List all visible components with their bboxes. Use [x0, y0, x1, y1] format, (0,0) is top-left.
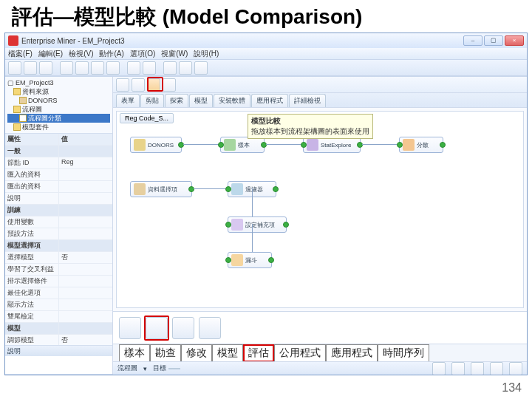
category-tab[interactable]: 探索 — [165, 94, 188, 107]
semma-tab-assess[interactable]: 評估 — [243, 344, 274, 362]
toolbar-button[interactable] — [194, 61, 208, 75]
main-area: 模型比較 拖放樣本到流程架構圖的表面來使用 表單 剪貼 探索 模型 安裝軟體 應… — [113, 77, 527, 375]
maximize-button[interactable]: ▢ — [484, 35, 503, 46]
palette-icon[interactable] — [146, 317, 168, 339]
menu-options[interactable]: 選項(O) — [130, 49, 155, 59]
titlebar: Enterprise Miner - EM_Project3 – ▢ × — [5, 33, 527, 48]
prop-value[interactable] — [59, 276, 112, 287]
node-data-select[interactable]: 資料選擇項 — [130, 181, 192, 197]
status-label: 流程圖 — [117, 364, 137, 373]
node-tool-button[interactable] — [163, 78, 176, 92]
tooltip: 模型比較 拖放樣本到流程架構圖的表面來使用 — [248, 114, 373, 139]
semma-tab-modify[interactable]: 修改 — [181, 344, 212, 362]
prop-value[interactable] — [59, 287, 112, 299]
node-impute[interactable]: 設定補充項 — [228, 216, 287, 233]
status-combo-label: 目標 — [153, 364, 166, 373]
prop-value[interactable] — [59, 169, 112, 180]
category-tab[interactable]: 模型 — [189, 94, 213, 107]
toolbar-button[interactable] — [91, 61, 104, 75]
semma-tab-application[interactable]: 應用程式 — [326, 344, 378, 362]
toolbar-button[interactable] — [179, 61, 192, 75]
description-panel-header: 說明 — [5, 346, 112, 356]
prop-value[interactable]: 否 — [59, 252, 112, 263]
prop-value[interactable] — [59, 228, 112, 239]
toolbar-button[interactable] — [75, 61, 89, 75]
menubar: 檔案(F) 編輯(E) 檢視(V) 動作(A) 選項(O) 視窗(W) 說明(H… — [5, 48, 527, 60]
toolbar-button[interactable] — [163, 61, 177, 75]
prop-value[interactable] — [59, 299, 112, 310]
semma-tab-sample[interactable]: 樣本 — [119, 344, 150, 362]
prop-header-val: 值 — [59, 134, 112, 145]
node-split[interactable]: 分散 — [399, 137, 443, 153]
main-toolbar — [5, 60, 527, 76]
prop-value[interactable]: Reg — [59, 157, 112, 168]
prop-value[interactable]: 否 — [59, 335, 112, 346]
prop-value[interactable] — [59, 264, 112, 275]
category-tab[interactable]: 安裝軟體 — [214, 94, 250, 107]
semma-tab-row: 樣本 勘查 修改 模型 評估 公用程式 應用程式 時間序列 — [113, 344, 527, 361]
toolbar-button[interactable] — [60, 61, 73, 75]
close-button[interactable]: × — [505, 35, 524, 46]
palette-icon[interactable] — [119, 317, 141, 339]
palette-icon[interactable] — [172, 317, 194, 339]
prop-value[interactable] — [59, 311, 112, 322]
menu-action[interactable]: 動作(A) — [99, 49, 123, 59]
toolbar-button[interactable] — [39, 61, 52, 75]
node-tool-button[interactable] — [132, 78, 145, 92]
prop-header-key: 屬性 — [5, 134, 59, 145]
description-panel-body — [5, 356, 112, 374]
menu-window[interactable]: 視窗(W) — [161, 49, 188, 59]
semma-tab-timeseries[interactable]: 時間序列 — [378, 344, 429, 362]
status-button[interactable] — [432, 362, 446, 375]
highlight-model-compare-palette — [144, 316, 169, 341]
category-tab[interactable]: 詳細檢視 — [289, 94, 326, 107]
prop-key: 說明 — [5, 193, 59, 204]
toolbar-button[interactable] — [106, 61, 120, 75]
prop-key: 顯示方法 — [5, 299, 59, 310]
prop-key: 節點 ID — [5, 157, 59, 168]
toolbar-button[interactable] — [143, 61, 156, 75]
diagram-tab[interactable]: Reg Code_S... — [120, 113, 174, 123]
semma-tab-model[interactable]: 模型 — [212, 344, 243, 362]
left-panel: ▢EM_Project3 資料來源 DONORS 流程圖 流程圖分類 模型套件 … — [5, 77, 113, 375]
prop-value[interactable] — [59, 181, 112, 192]
prop-key: 預設方法 — [5, 228, 59, 239]
menu-edit[interactable]: 編輯(E) — [38, 49, 63, 59]
menu-help[interactable]: 說明(H) — [194, 49, 219, 59]
category-tab[interactable]: 表單 — [116, 94, 140, 107]
minimize-button[interactable]: – — [463, 35, 482, 46]
semma-tab-explore[interactable]: 勘查 — [150, 344, 181, 362]
toolbar-button[interactable] — [24, 61, 37, 75]
prop-key: 匯入的資料 — [5, 169, 59, 180]
page-number: 134 — [502, 381, 522, 395]
status-button[interactable] — [451, 362, 465, 375]
palette-icon[interactable] — [199, 317, 221, 339]
prop-section: 模型 — [5, 323, 59, 334]
prop-key: 匯出的資料 — [5, 181, 59, 192]
prop-key: 調節模型 — [5, 335, 59, 346]
project-tree[interactable]: ▢EM_Project3 資料來源 DONORS 流程圖 流程圖分類 模型套件 — [5, 77, 112, 133]
node-sample[interactable]: 樣本 — [220, 137, 265, 153]
node-tool-button[interactable] — [116, 78, 129, 92]
status-zoom-button[interactable] — [490, 362, 503, 375]
node-statexplore[interactable]: StatExplore — [303, 137, 361, 153]
toolbar-button[interactable] — [127, 61, 140, 75]
category-tab[interactable]: 剪貼 — [140, 94, 164, 107]
node-funnel[interactable]: 漏斗 — [228, 252, 272, 268]
process-flow-canvas[interactable]: Reg Code_S... DONORS 樣本 StatExplore 分散 資… — [116, 111, 524, 308]
status-combo[interactable] — [168, 368, 180, 369]
node-toolbar: 模型比較 拖放樣本到流程架構圖的表面來使用 — [113, 77, 527, 93]
prop-value[interactable] — [59, 216, 112, 228]
prop-value[interactable] — [59, 193, 112, 204]
toolbar-button[interactable] — [8, 61, 21, 75]
status-zoom-button[interactable] — [509, 362, 522, 375]
menu-file[interactable]: 檔案(F) — [8, 49, 33, 59]
node-donors[interactable]: DONORS — [130, 137, 182, 153]
status-button[interactable] — [471, 362, 484, 375]
menu-view[interactable]: 檢視(V) — [69, 49, 93, 59]
slide-title: 評估—模型比較 (Model Comparison) — [0, 0, 532, 34]
node-palette — [113, 311, 527, 344]
node-tool-button-model-compare[interactable] — [147, 78, 160, 92]
category-tab[interactable]: 應用程式 — [251, 94, 288, 107]
semma-tab-utility[interactable]: 公用程式 — [274, 344, 326, 362]
